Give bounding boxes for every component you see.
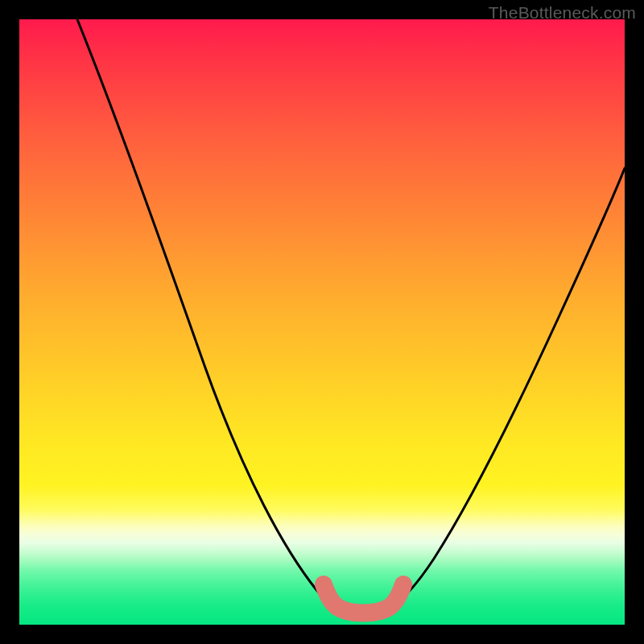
watermark-text: TheBottleneck.com [489, 3, 636, 23]
chart-area [19, 19, 625, 625]
chart-svg [19, 19, 625, 625]
right-curve-line [390, 168, 625, 607]
left-curve-line [77, 19, 337, 607]
bottleneck-band [324, 584, 403, 613]
